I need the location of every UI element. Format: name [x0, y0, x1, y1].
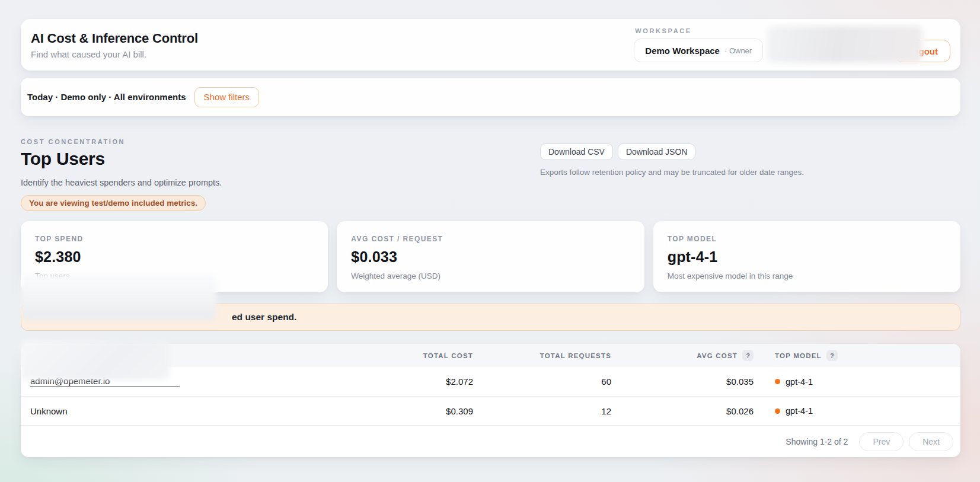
stat-card-top-model: TOP MODEL gpt-4-1 Most expensive model i… [653, 221, 960, 292]
filter-summary: Today · Demo only · All environments [27, 92, 186, 102]
page-subtitle: Find what caused your AI bill. [31, 49, 198, 59]
total-requests-cell: 60 [473, 376, 611, 387]
table-footer: Showing 1-2 of 2 Prev Next [21, 425, 960, 457]
stat-label: AVG COST / REQUEST [351, 235, 630, 243]
page: AI Cost & Inference Control Find what ca… [0, 0, 980, 482]
filter-bar: Today · Demo only · All environments Sho… [21, 78, 960, 116]
workspace-selector[interactable]: Demo Workspace · Owner [634, 39, 763, 62]
section-top-users: COST CONCENTRATION Top Users Identify th… [21, 138, 960, 211]
stat-label: TOP MODEL [668, 235, 946, 243]
top-model-cell: gpt-4-1 [754, 406, 960, 416]
stat-caption: Most expensive model in this range [668, 272, 946, 280]
stat-value: $2.380 [35, 248, 314, 266]
download-csv-button[interactable]: Download CSV [540, 143, 613, 160]
model-dot-icon [775, 379, 780, 384]
page-title: AI Cost & Inference Control [31, 31, 198, 46]
demo-metrics-badge: You are viewing test/demo included metri… [21, 195, 206, 211]
total-cost-cell: $2.072 [355, 376, 473, 387]
table-row: Unknown $0.309 12 $0.026 gpt-4-1 [21, 396, 960, 425]
total-cost-cell: $0.309 [355, 406, 473, 416]
section-heading-block: COST CONCENTRATION Top Users Identify th… [21, 138, 540, 211]
header-titles: AI Cost & Inference Control Find what ca… [31, 31, 198, 59]
show-filters-button[interactable]: Show filters [194, 87, 260, 107]
redaction-blur-stat-card [21, 274, 216, 320]
top-model-help-icon[interactable]: ? [826, 350, 838, 361]
avg-cost-help-icon[interactable]: ? [742, 350, 754, 361]
exports-note: Exports follow retention policy and may … [540, 168, 960, 177]
stat-card-avg-cost: AVG COST / REQUEST $0.033 Weighted avera… [337, 221, 644, 292]
column-header-total-cost: TOTAL COST [355, 352, 473, 359]
download-buttons-row: Download CSV Download JSON [540, 143, 960, 160]
avg-cost-cell: $0.035 [611, 376, 754, 387]
column-header-avg-cost-label: AVG COST [697, 352, 738, 359]
column-header-top-model-label: TOP MODEL [775, 352, 822, 359]
section-description: Identify the heaviest spenders and optim… [21, 178, 540, 187]
model-name: gpt-4-1 [786, 377, 813, 387]
avg-cost-cell: $0.026 [611, 406, 754, 416]
column-header-total-requests: TOTAL REQUESTS [473, 352, 611, 359]
section-title: Top Users [21, 149, 540, 169]
redaction-blur-table-user [21, 340, 170, 380]
workspace-label: WORKSPACE [635, 27, 763, 34]
workspace-block: WORKSPACE Demo Workspace · Owner [634, 27, 763, 62]
total-requests-cell: 12 [473, 406, 611, 416]
model-dot-icon [775, 408, 780, 414]
download-json-button[interactable]: Download JSON [618, 143, 696, 160]
user-cell: Unknown [21, 406, 355, 416]
workspace-role: · Owner [724, 46, 752, 55]
redaction-blur-header [767, 26, 922, 63]
pagination-status: Showing 1-2 of 2 [786, 437, 848, 446]
stat-value: $0.033 [351, 248, 630, 266]
export-block: Download CSV Download JSON Exports follo… [540, 138, 960, 211]
column-header-top-model: TOP MODEL ? [754, 350, 960, 361]
model-name: gpt-4-1 [786, 406, 813, 416]
workspace-name: Demo Workspace [645, 46, 720, 56]
section-eyebrow: COST CONCENTRATION [21, 138, 540, 145]
stat-label: TOP SPEND [35, 235, 314, 243]
stat-caption: Weighted average (USD) [351, 272, 630, 280]
next-page-button[interactable]: Next [909, 432, 953, 451]
stat-value: gpt-4-1 [668, 248, 946, 266]
column-header-avg-cost: AVG COST ? [611, 350, 754, 361]
prev-page-button[interactable]: Prev [859, 432, 904, 451]
top-model-cell: gpt-4-1 [754, 377, 960, 387]
